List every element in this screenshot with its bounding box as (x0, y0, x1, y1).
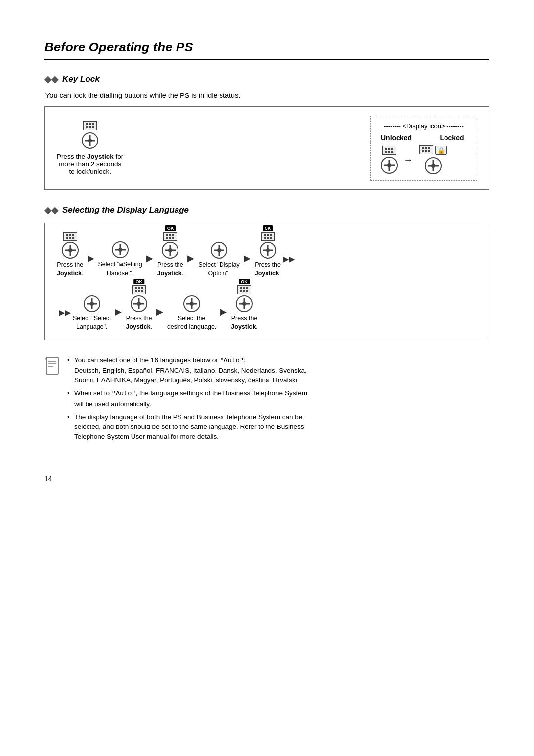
page-title: Before Operating the PS (44, 40, 490, 60)
language-row-1: Press theJoystick. ▶ Select "⊞SettingHan… (57, 232, 477, 278)
keylock-heading: ◆◆ Key Lock (44, 74, 490, 85)
lang-step-2-label: Select "⊞SettingHandset". (98, 260, 142, 278)
screen-icon-keylock (83, 121, 97, 130)
device-3: OK (162, 232, 178, 259)
language-row-2: ▶▶ Select "SelectLanguage". ▶ OK (57, 285, 477, 331)
lang-step-6: Select "SelectLanguage". (73, 295, 111, 331)
lang-step-4: Select "DisplayOption". (198, 242, 240, 278)
note-item-1: You can select one of the 16 languages b… (67, 355, 307, 386)
keylock-icon-row: → 🔒 (381, 145, 467, 174)
keylock-section: ◆◆ Key Lock You can lock the dialling bu… (44, 74, 490, 190)
notes-content: You can select one of the 16 languages b… (67, 355, 307, 445)
arrow-2: ▶ (142, 253, 157, 278)
device-9: OK (236, 285, 253, 312)
lang-step-3: OK Press theJoystick. (157, 232, 184, 278)
diamonds-icon: ◆◆ (44, 74, 58, 85)
double-arrow-1: ▶▶ (281, 254, 297, 278)
device-7: OK (131, 285, 147, 312)
lang-step-9: OK Press theJoystick. (231, 285, 258, 331)
lang-step-3-label: Press theJoystick. (157, 261, 184, 278)
joystick-icon-keylock (82, 132, 98, 149)
display-icon-label: -------- <Display icon> -------- (381, 122, 467, 130)
ok-badge-9: OK (239, 279, 250, 284)
arrow-right-icon: → (403, 154, 413, 166)
lang-step-7-label: Press theJoystick. (126, 314, 152, 331)
lang-step-9-label: Press theJoystick. (231, 314, 258, 331)
lang-step-7: OK Press theJoystick. (126, 285, 152, 331)
lang-step-8-label: Select thedesired language. (167, 314, 216, 331)
arrow-6: ▶ (152, 306, 167, 331)
keylock-press-text: Press the Joystick for more than 2 secon… (57, 153, 123, 175)
lang-step-4-label: Select "DisplayOption". (198, 261, 240, 278)
screen-icon-unlocked (382, 146, 396, 155)
diamonds-icon-2: ◆◆ (44, 205, 58, 216)
note-item-2: When set to "Auto", the language setting… (67, 388, 307, 409)
phone-unlocked (381, 146, 398, 174)
notes-section: You can select one of the 16 languages b… (44, 355, 490, 445)
keylock-display-box: -------- <Display icon> -------- Unlocke… (370, 116, 477, 181)
svg-rect-0 (46, 357, 58, 374)
phone-device-keylock (82, 121, 98, 149)
device-5: OK (260, 232, 276, 259)
arrow-3: ▶ (183, 253, 198, 278)
keylock-box: Press the Joystick for more than 2 secon… (44, 106, 490, 190)
lock-icon: 🔒 (435, 146, 447, 155)
arrow-5: ▶ (111, 306, 126, 331)
ok-badge-7: OK (134, 279, 144, 284)
ok-badge-5: OK (263, 225, 273, 231)
device-2 (112, 241, 129, 258)
page-number: 14 (44, 475, 490, 483)
device-6 (84, 295, 100, 312)
lang-step-6-label: Select "SelectLanguage". (73, 314, 111, 331)
language-box: Press theJoystick. ▶ Select "⊞SettingHan… (44, 223, 490, 340)
screen-icon-locked (419, 145, 433, 154)
device-4 (211, 242, 227, 259)
joystick-locked (425, 157, 442, 174)
arrow-1: ▶ (84, 253, 98, 278)
device-1 (62, 232, 79, 259)
select-language-section: ◆◆ Selecting the Display Language Press … (44, 205, 490, 340)
select-language-heading: ◆◆ Selecting the Display Language (44, 205, 490, 216)
phone-locked: 🔒 (419, 145, 447, 174)
device-8 (183, 295, 200, 312)
keylock-state-labels: Unlocked Locked (381, 134, 467, 142)
lang-step-5-label: Press theJoystick. (255, 261, 281, 278)
lang-step-1-label: Press theJoystick. (57, 261, 84, 278)
lang-step-2: Select "⊞SettingHandset". (98, 241, 142, 278)
double-arrow-2: ▶▶ (57, 308, 73, 331)
keylock-description: You can lock the dialling buttons while … (45, 92, 490, 99)
lang-step-8: Select thedesired language. (167, 295, 216, 331)
lang-step-1: Press theJoystick. (57, 232, 84, 278)
note-item-3: The display language of both the PS and … (67, 412, 307, 442)
arrow-7: ▶ (216, 306, 231, 331)
note-icon (44, 356, 60, 445)
lang-step-5: OK Press theJoystick. (255, 232, 281, 278)
joystick-unlocked (381, 157, 398, 174)
keylock-left: Press the Joystick for more than 2 secon… (57, 121, 123, 175)
ok-badge-3: OK (165, 225, 176, 231)
arrow-4: ▶ (240, 253, 255, 278)
